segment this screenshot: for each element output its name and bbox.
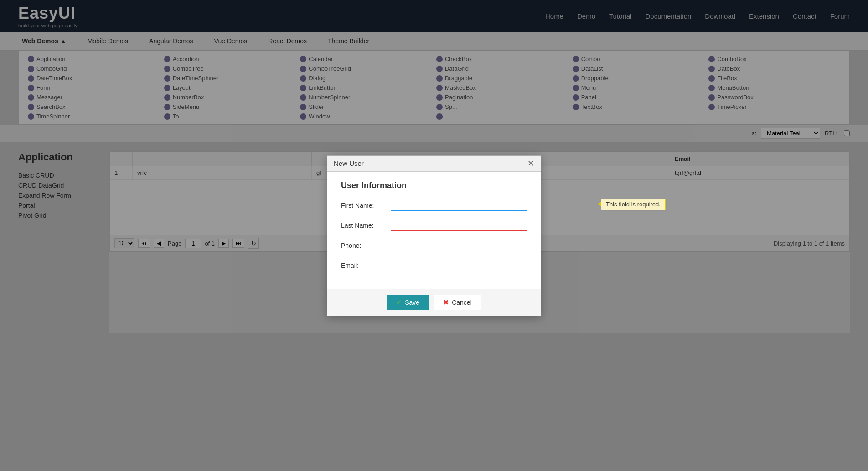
label-lastname: Last Name: (341, 222, 391, 229)
form-row-lastname: Last Name: (341, 220, 527, 231)
label-phone: Phone: (341, 242, 391, 249)
input-phone[interactable] (391, 240, 527, 251)
label-email: Email: (341, 262, 391, 269)
save-label: Save (405, 299, 419, 306)
form-row-phone: Phone: (341, 240, 527, 251)
form-row-email: Email: (341, 260, 527, 271)
dialog-footer: ✔ Save ✖ Cancel (327, 289, 541, 316)
check-icon: ✔ (396, 298, 402, 307)
tooltip-required: This field is required. (601, 199, 666, 210)
new-user-dialog: New User ✕ User Information First Name: … (327, 155, 541, 316)
cancel-label: Cancel (452, 299, 472, 306)
dialog-close-button[interactable]: ✕ (527, 159, 534, 168)
input-email[interactable] (391, 260, 527, 271)
dialog-title-bar: New User ✕ (327, 156, 541, 172)
dialog-body: User Information First Name: This field … (327, 172, 541, 289)
x-icon: ✖ (443, 298, 449, 307)
cancel-button[interactable]: ✖ Cancel (434, 295, 481, 310)
label-firstname: First Name: (341, 202, 391, 209)
input-lastname[interactable] (391, 220, 527, 231)
dialog-section-title: User Information (341, 181, 527, 190)
input-firstname[interactable] (391, 200, 527, 211)
overlay: New User ✕ User Information First Name: … (0, 0, 868, 343)
save-button[interactable]: ✔ Save (387, 295, 429, 310)
dialog-title: New User (334, 159, 364, 167)
form-row-firstname: First Name: This field is required. (341, 200, 527, 211)
